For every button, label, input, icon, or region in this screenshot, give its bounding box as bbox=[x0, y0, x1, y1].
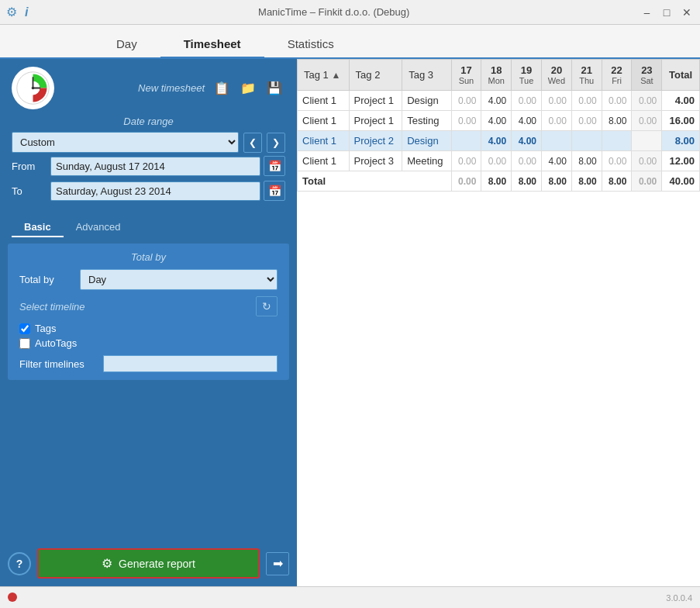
settings-icon[interactable]: ⚙ bbox=[6, 5, 17, 19]
total-by-label: Total by bbox=[19, 274, 74, 285]
col-tag2: Tag 2 bbox=[349, 60, 402, 91]
total-by-select[interactable]: Day Week Month Tag bbox=[80, 269, 278, 290]
generate-report-gear-icon: ⚙ bbox=[102, 556, 112, 571]
tab-advanced[interactable]: Advanced bbox=[64, 218, 133, 237]
row-total: 4.00 bbox=[662, 91, 700, 111]
content-area: Tag 1 ▲ Tag 2 Tag 3 17 Sun 18 bbox=[297, 59, 700, 586]
help-button[interactable]: ? bbox=[8, 552, 31, 575]
export-button[interactable]: ➡ bbox=[266, 552, 289, 575]
from-calendar-btn[interactable]: 📅 bbox=[264, 156, 285, 176]
row-total: 12.00 bbox=[662, 151, 700, 171]
to-date-input[interactable] bbox=[50, 181, 260, 201]
window-controls: ‒ □ ✕ bbox=[640, 6, 694, 19]
svg-point-4 bbox=[32, 87, 35, 90]
new-timesheet-area: New timesheet bbox=[54, 82, 205, 94]
window-title: ManicTime – Finkit d.o.o. (Debug) bbox=[28, 6, 640, 18]
tab-timesheet[interactable]: Timesheet bbox=[160, 31, 264, 59]
autotags-checkbox[interactable] bbox=[19, 338, 30, 349]
col-day-5: 22 Fri bbox=[602, 60, 632, 91]
next-date-btn[interactable]: ❯ bbox=[267, 133, 285, 153]
filter-content: Total by Total by Day Week Month Tag Sel… bbox=[8, 244, 289, 380]
tab-basic[interactable]: Basic bbox=[12, 218, 64, 237]
sidebar: New timesheet 📋 📁 💾 Date range Custom To… bbox=[0, 59, 297, 586]
filter-tabs: Basic Advanced bbox=[0, 212, 297, 237]
tags-checkbox[interactable] bbox=[19, 323, 30, 334]
version-label: 3.0.0.4 bbox=[666, 593, 692, 603]
status-record-area bbox=[8, 592, 17, 603]
col-day-2: 19 Tue bbox=[512, 60, 542, 91]
date-range-select[interactable]: Custom Today This week Last week This mo… bbox=[12, 132, 239, 153]
col-day-3: 20 Wed bbox=[541, 60, 571, 91]
filter-timelines-label: Filter timelines bbox=[19, 358, 97, 370]
to-calendar-btn[interactable]: 📅 bbox=[264, 181, 285, 201]
to-label: To bbox=[12, 185, 50, 197]
select-timeline-label: Select timeline bbox=[19, 301, 85, 313]
maximize-button[interactable]: □ bbox=[660, 6, 674, 19]
tab-day[interactable]: Day bbox=[93, 31, 160, 59]
clock-svg bbox=[16, 71, 50, 105]
title-bar: ⚙ i ManicTime – Finkit d.o.o. (Debug) ‒ … bbox=[0, 0, 700, 25]
logo-row: New timesheet 📋 📁 💾 bbox=[0, 59, 297, 109]
timesheet-table: Tag 1 ▲ Tag 2 Tag 3 17 Sun 18 bbox=[297, 59, 700, 192]
col-day-0: 17 Sun bbox=[451, 60, 481, 91]
to-row: To 📅 bbox=[12, 181, 285, 201]
from-label: From bbox=[12, 161, 50, 172]
sidebar-bottom: ? ⚙ Generate report ➡ bbox=[0, 541, 297, 586]
total-by-row: Total by Day Week Month Tag bbox=[19, 269, 278, 290]
filter-timelines-input[interactable] bbox=[103, 355, 278, 372]
tags-label: Tags bbox=[35, 323, 56, 334]
col-day-1: 18 Mon bbox=[481, 60, 512, 91]
app-logo bbox=[12, 67, 54, 109]
col-day-6: 23 Sat bbox=[632, 60, 662, 91]
tab-statistics[interactable]: Statistics bbox=[264, 31, 357, 59]
table-row[interactable]: Client 1Project 2Design4.004.008.00 bbox=[298, 131, 700, 151]
title-bar-left-icons: ⚙ i bbox=[6, 5, 28, 19]
table-footer-row: Total0.008.008.008.008.008.000.0040.00 bbox=[298, 171, 700, 192]
col-tag1: Tag 1 ▲ bbox=[298, 60, 350, 91]
filter-timelines-row: Filter timelines bbox=[19, 355, 278, 372]
from-date-input[interactable] bbox=[50, 157, 260, 176]
col-tag3: Tag 3 bbox=[402, 60, 451, 91]
tag1-sort-btn[interactable]: ▲ bbox=[331, 70, 340, 81]
table-row[interactable]: Client 1Project 1Design0.004.000.000.000… bbox=[298, 91, 700, 111]
generate-report-button[interactable]: ⚙ Generate report bbox=[37, 548, 260, 579]
status-bar: 3.0.0.4 bbox=[0, 586, 700, 608]
date-range-section: Date range Custom Today This week Last w… bbox=[0, 109, 297, 212]
close-button[interactable]: ✕ bbox=[680, 6, 694, 19]
export-icon: ➡ bbox=[273, 556, 283, 571]
record-indicator bbox=[8, 592, 17, 602]
table-row[interactable]: Client 1Project 1Testing0.004.004.000.00… bbox=[298, 111, 700, 131]
refresh-timeline-btn[interactable]: ↻ bbox=[256, 296, 278, 316]
date-range-row: Custom Today This week Last week This mo… bbox=[12, 132, 285, 153]
autotags-checkbox-row: AutoTags bbox=[19, 337, 278, 349]
col-day-4: 21 Thu bbox=[571, 60, 602, 91]
minimize-button[interactable]: ‒ bbox=[640, 6, 653, 19]
new-timesheet-label: New timesheet bbox=[138, 82, 205, 94]
timesheet-icons: 📋 📁 💾 bbox=[211, 79, 285, 97]
select-timeline-row: Select timeline ↻ bbox=[19, 296, 278, 316]
table-row[interactable]: Client 1Project 3Meeting0.000.000.004.00… bbox=[298, 151, 700, 171]
main-layout: New timesheet 📋 📁 💾 Date range Custom To… bbox=[0, 59, 700, 586]
from-row: From 📅 bbox=[12, 156, 285, 176]
new-timesheet-btn1[interactable]: 📋 bbox=[211, 79, 233, 97]
tags-checkbox-row: Tags bbox=[19, 323, 278, 334]
col-total: Total bbox=[662, 60, 700, 91]
row-total: 8.00 bbox=[662, 131, 700, 151]
prev-date-btn[interactable]: ❮ bbox=[243, 133, 262, 153]
date-select-container: Custom Today This week Last week This mo… bbox=[12, 132, 239, 153]
total-by-section-title: Total by bbox=[19, 251, 278, 263]
new-timesheet-btn3[interactable]: 💾 bbox=[264, 79, 285, 97]
date-range-title: Date range bbox=[12, 116, 285, 127]
new-timesheet-btn2[interactable]: 📁 bbox=[237, 79, 259, 97]
row-total: 16.00 bbox=[662, 111, 700, 131]
autotags-label: AutoTags bbox=[35, 337, 77, 349]
nav-tabs: Day Timesheet Statistics bbox=[0, 25, 700, 59]
